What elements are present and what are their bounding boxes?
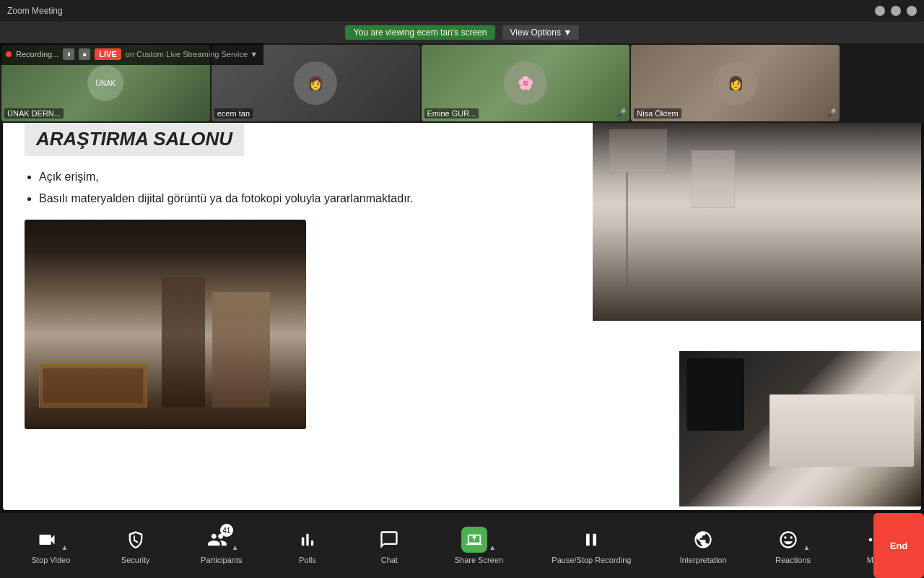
share-screen-label: Share Screen bbox=[455, 556, 503, 564]
chart-icon bbox=[295, 527, 321, 553]
window-controls bbox=[875, 6, 917, 16]
share-screen-icon bbox=[461, 527, 487, 553]
window-title: Zoom Meeting bbox=[7, 6, 63, 16]
interpretation-label: Interpretation bbox=[680, 556, 727, 564]
slide-title: ARAŞTIRMA SALONU bbox=[25, 122, 244, 156]
muted-icon: 🎤 bbox=[616, 108, 627, 118]
participant-tile[interactable]: 🌸 Emine GUR... 🎤 bbox=[422, 45, 630, 121]
people-icon: 41 bbox=[204, 527, 230, 553]
participant-tile[interactable]: 👩 Nisa Öktem 🎤 bbox=[631, 45, 840, 121]
scanner-image bbox=[679, 351, 921, 506]
stop-recording-btn[interactable]: ■ bbox=[79, 48, 90, 60]
recording-status: Recording... bbox=[16, 50, 58, 59]
participants-count: 41 bbox=[220, 524, 233, 537]
participant-name: ecem tan bbox=[214, 108, 253, 118]
record-icon bbox=[578, 527, 604, 553]
recording-bar: Recording... ⏸ ■ LIVE on Custom Live Str… bbox=[0, 43, 263, 65]
interpretation-button[interactable]: Interpretation bbox=[671, 521, 736, 570]
live-service-label[interactable]: on Custom Live Streaming Service ▼ bbox=[126, 50, 258, 59]
view-options-button[interactable]: View Options ▼ bbox=[502, 25, 579, 40]
share-screen-button[interactable]: ▲ Share Screen bbox=[446, 521, 512, 570]
stop-video-label: Stop Video bbox=[32, 556, 71, 564]
close-btn[interactable] bbox=[907, 6, 917, 16]
toolbar: ▲ Stop Video Security 41 ▲ Participants bbox=[0, 513, 924, 578]
pause-stop-recording-button[interactable]: Pause/Stop Recording bbox=[543, 521, 640, 570]
security-label: Security bbox=[121, 556, 150, 564]
recording-dot bbox=[6, 51, 12, 57]
chat-label: Chat bbox=[381, 556, 398, 564]
participant-name: ÜNAK DERN... bbox=[4, 108, 64, 118]
corridor-image bbox=[593, 108, 921, 321]
chat-button[interactable]: Chat bbox=[364, 521, 414, 570]
minimize-btn[interactable] bbox=[875, 6, 885, 16]
participants-label: Participants bbox=[201, 556, 242, 564]
polls-label: Polls bbox=[299, 556, 316, 564]
maximize-btn[interactable] bbox=[891, 6, 901, 16]
muted-icon: 🎤 bbox=[826, 108, 837, 118]
polls-button[interactable]: Polls bbox=[282, 521, 333, 570]
end-button[interactable]: End bbox=[873, 513, 924, 578]
pause-stop-recording-label: Pause/Stop Recording bbox=[552, 556, 631, 564]
chat-icon bbox=[376, 527, 402, 553]
reactions-label: Reactions bbox=[775, 556, 811, 564]
right-images-panel bbox=[589, 108, 921, 510]
emoji-icon bbox=[775, 527, 801, 553]
participant-name: Nisa Öktem bbox=[634, 108, 681, 118]
museum-interior-image bbox=[25, 220, 306, 429]
title-bar: Zoom Meeting bbox=[0, 0, 924, 22]
participants-button[interactable]: 41 ▲ Participants bbox=[192, 521, 250, 570]
participant-name: Emine GUR... bbox=[424, 108, 479, 118]
stop-video-button[interactable]: ▲ Stop Video bbox=[23, 521, 79, 570]
notification-bar: You are viewing ecem tan's screen View O… bbox=[0, 22, 924, 43]
security-button[interactable]: Security bbox=[110, 521, 161, 570]
pause-recording-btn[interactable]: ⏸ bbox=[63, 48, 74, 60]
globe-icon bbox=[690, 527, 716, 553]
shield-icon bbox=[123, 527, 149, 553]
reactions-button[interactable]: ▲ Reactions bbox=[767, 521, 819, 570]
live-badge: LIVE bbox=[95, 48, 121, 60]
main-content: ARAŞTIRMA SALONU Açık erişim, Basılı mat… bbox=[0, 105, 924, 513]
viewing-badge: You are viewing ecem tan's screen bbox=[345, 25, 496, 40]
slide-area: ARAŞTIRMA SALONU Açık erişim, Basılı mat… bbox=[3, 108, 921, 510]
video-icon bbox=[34, 527, 60, 553]
